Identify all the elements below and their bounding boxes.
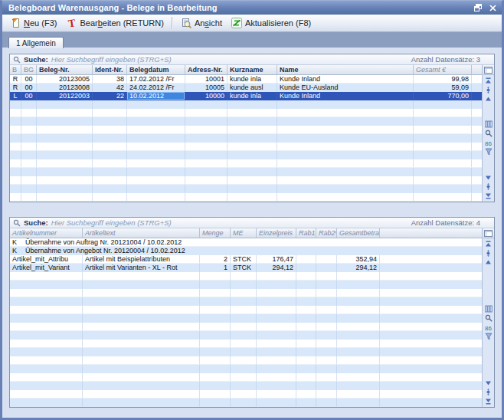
close-button[interactable] [488, 3, 497, 12]
table-row[interactable]: KÜbernahme von Auftrag Nr. 20121004 / 10… [10, 238, 482, 247]
column-header[interactable]: Kurzname [227, 65, 277, 75]
table-row[interactable]: L00201220032210.02.201210000kunde inlaKu… [10, 92, 482, 100]
comment-cell[interactable]: KÜbernahme von Angebot Nr. 20120004 / 10… [10, 247, 482, 255]
cell[interactable]: 10005 [185, 84, 227, 92]
cell[interactable]: STCK [231, 255, 257, 264]
comment-cell[interactable]: KÜbernahme von Auftrag Nr. 20121004 / 10… [10, 238, 482, 247]
cell[interactable]: 10.02.2012 [127, 92, 185, 100]
column-header[interactable]: Einzelpreis [257, 228, 296, 238]
cell[interactable]: R [10, 75, 21, 84]
scroll-top-icon[interactable] [483, 76, 494, 85]
cell[interactable]: 176,47 [257, 255, 296, 264]
cell[interactable]: Artikel mit Beispielattributen [83, 255, 200, 264]
cell[interactable]: R [10, 84, 21, 92]
column-header[interactable]: B [10, 65, 21, 75]
refresh-button[interactable]: Aktualisieren (F8) [227, 16, 316, 31]
column-header[interactable]: Rab1% [296, 228, 316, 238]
restore-button[interactable] [473, 3, 483, 12]
table-row[interactable]: R00201230053817.02.2012 /Fr10001kunde in… [10, 75, 482, 84]
scroll-bottom-icon[interactable] [483, 396, 494, 405]
page-down-icon[interactable] [483, 387, 494, 396]
search-input[interactable]: Hier Suchbegriff eingeben (STRG+S) [51, 218, 172, 227]
column-header[interactable]: Beleg-Nr. [37, 65, 93, 75]
cell[interactable]: Kunde Inland [277, 92, 414, 100]
columns-icon[interactable] [483, 120, 494, 129]
cell[interactable]: 22 [93, 92, 127, 100]
cell[interactable]: L [10, 92, 21, 100]
view-button[interactable]: Ansicht [176, 16, 227, 31]
column-header[interactable]: Menge [200, 228, 231, 238]
page-down-icon[interactable] [483, 182, 494, 191]
cell[interactable]: 294,12 [337, 264, 380, 272]
search-input[interactable]: Hier Suchbegriff eingeben (STRG+S) [51, 55, 172, 64]
cell[interactable]: Artikel_mit_Attribu [10, 255, 83, 264]
page-up-icon[interactable] [483, 85, 494, 94]
cell[interactable]: 10000 [185, 92, 227, 100]
cell[interactable]: 17.02.2012 /Fr [127, 75, 185, 84]
cell[interactable]: 10001 [185, 75, 227, 84]
column-header[interactable]: Adress-Nr. [185, 65, 227, 75]
tab-allgemein[interactable]: 1 Allgemein [8, 37, 64, 48]
scroll-down-icon[interactable] [483, 378, 494, 387]
table-row[interactable]: Artikel_mit_VariantArtikel mit Varianten… [10, 264, 482, 272]
scroll-down-icon[interactable] [483, 172, 494, 182]
scroll-bottom-icon[interactable] [483, 191, 494, 200]
cell[interactable]: 00 [21, 75, 37, 84]
new-button[interactable]: Neu (F3) [5, 16, 61, 31]
filter-icon[interactable] [483, 332, 494, 341]
cell[interactable]: 42 [93, 84, 127, 92]
columns-icon[interactable] [483, 304, 494, 313]
cell[interactable]: Kunde EU-Ausland [277, 84, 414, 92]
cell[interactable]: 1 [200, 264, 231, 272]
cell[interactable] [296, 255, 316, 264]
column-header[interactable]: ME [231, 228, 257, 238]
cell[interactable]: 99,98 [414, 75, 472, 84]
column-header[interactable]: Name [277, 65, 414, 75]
cell[interactable] [316, 255, 337, 264]
cell[interactable]: 00 [21, 92, 37, 100]
cell[interactable]: kunde inla [227, 92, 277, 100]
column-header[interactable]: Rab2% [316, 228, 337, 238]
page-up-icon[interactable] [483, 248, 494, 258]
table-row[interactable]: Artikel_mit_AttribuArtikel mit Beispiela… [10, 255, 482, 264]
column-header[interactable]: Ident-Nr. [93, 65, 127, 75]
cell[interactable]: Kunde Inland [277, 75, 414, 84]
cell[interactable]: kunde inla [227, 75, 277, 84]
table-row[interactable]: R00201230084224.02.2012 /Fr10005kunde au… [10, 84, 482, 92]
column-header[interactable]: BG [21, 65, 37, 75]
search-icon[interactable] [483, 313, 494, 323]
cell[interactable]: Artikel mit Varianten - XL - Rot [83, 264, 200, 272]
goto-record-icon[interactable]: 86 [483, 138, 494, 147]
cell[interactable]: 20123005 [37, 75, 93, 84]
column-header[interactable]: Gesamtbetrag [337, 228, 380, 238]
cell[interactable] [316, 264, 337, 272]
cell[interactable]: 352,94 [337, 255, 380, 264]
cell[interactable]: 20123008 [37, 84, 93, 92]
cell[interactable]: 00 [21, 84, 37, 92]
column-header[interactable]: Belegdatum [127, 65, 185, 75]
column-header[interactable]: Artikeltext [83, 228, 200, 238]
scroll-up-icon[interactable] [483, 94, 494, 103]
cell[interactable]: Artikel_mit_Variant [10, 264, 83, 272]
cell[interactable]: 294,12 [257, 264, 296, 272]
column-header[interactable]: Artikelnummer [10, 228, 83, 238]
filter-icon[interactable] [483, 147, 494, 156]
goto-record-icon[interactable]: 86 [483, 323, 494, 332]
cell[interactable]: 38 [93, 75, 127, 84]
table-row[interactable]: KÜbernahme von Angebot Nr. 20120004 / 10… [10, 247, 482, 255]
cell[interactable]: 2 [200, 255, 231, 264]
cell[interactable]: 770,00 [414, 92, 472, 100]
column-chooser-icon[interactable] [483, 228, 494, 238]
cell[interactable]: 59,09 [414, 84, 472, 92]
cell[interactable]: 20122003 [37, 92, 93, 100]
edit-button[interactable]: T Bearbeiten (RETURN) [61, 16, 168, 31]
cell[interactable]: 24.02.2012 /Fr [127, 84, 185, 92]
scroll-top-icon[interactable] [483, 239, 494, 248]
cell[interactable] [296, 264, 316, 272]
cell[interactable]: kunde ausl [227, 84, 277, 92]
search-icon[interactable] [483, 129, 494, 138]
scroll-up-icon[interactable] [483, 258, 494, 267]
column-header[interactable]: Gesamt € [414, 65, 472, 75]
column-chooser-icon[interactable] [483, 65, 494, 75]
cell[interactable]: STCK [231, 264, 257, 272]
